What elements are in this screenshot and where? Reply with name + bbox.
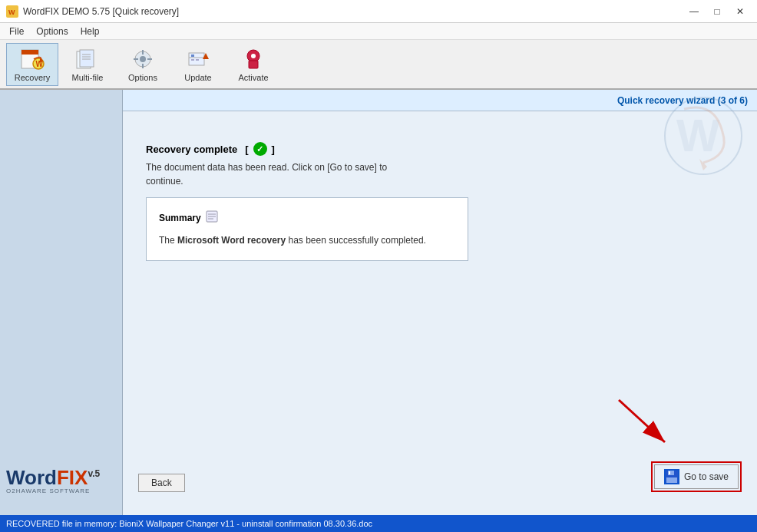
toolbar-multifile-label: Multi-file	[72, 73, 104, 82]
close-button[interactable]: ✕	[729, 3, 751, 20]
go-save-area: Go to save	[651, 461, 742, 492]
summary-title: Summary	[159, 210, 455, 226]
multifile-icon	[75, 47, 100, 71]
toolbar-activate-button[interactable]: Activate	[227, 43, 279, 86]
title-bar-controls: — □ ✕	[683, 3, 751, 20]
sidebar: WordFIXv.5 O2HAWARE SOFTWARE	[0, 90, 123, 515]
options-icon	[131, 47, 155, 71]
recovery-description: The document data has been read. Click o…	[146, 160, 734, 188]
recovery-icon: W	[20, 47, 45, 71]
go-to-save-label: Go to save	[684, 471, 729, 482]
toolbar-update-label: Update	[184, 73, 211, 82]
brand-sub: O2HAWARE SOFTWARE	[6, 487, 100, 495]
svg-rect-38	[669, 471, 670, 474]
content-body: Recovery complete [ ✓ ] The document dat…	[123, 111, 757, 276]
arrow-indicator	[603, 392, 680, 454]
svg-rect-25	[249, 61, 258, 68]
svg-rect-21	[191, 59, 194, 61]
toolbar: W Recovery Multi-file	[0, 40, 757, 90]
minimize-button[interactable]: —	[683, 3, 705, 20]
brand-word: Word	[6, 466, 57, 489]
toolbar-recovery-button[interactable]: W Recovery	[6, 43, 58, 86]
recovery-status: Recovery complete [ ✓ ] The document dat…	[146, 142, 734, 188]
menu-help[interactable]: Help	[74, 25, 106, 38]
toolbar-update-button[interactable]: Update	[172, 43, 224, 86]
svg-rect-22	[196, 59, 199, 61]
svg-rect-17	[147, 58, 152, 60]
svg-rect-14	[142, 50, 144, 55]
summary-icon	[206, 210, 218, 226]
back-button[interactable]: Back	[138, 474, 185, 492]
title-bar-left: W WordFIX DEMO 5.75 [Quick recovery]	[6, 5, 179, 18]
summary-text: The Microsoft Word recovery has been suc…	[159, 233, 455, 248]
maximize-button[interactable]: □	[706, 3, 728, 20]
bottom-area: Back Go to save	[123, 455, 757, 498]
toolbar-multifile-button[interactable]: Multi-file	[61, 43, 114, 86]
toolbar-options-label: Options	[128, 73, 157, 82]
summary-title-text: Summary	[159, 213, 201, 223]
brand-fix: FIX	[57, 466, 88, 489]
status-bar: RECOVERED file in memory: BioniX Wallpap…	[0, 515, 757, 532]
brand-version: v.5	[88, 469, 100, 480]
menu-file[interactable]: File	[3, 25, 30, 38]
svg-rect-15	[142, 64, 144, 68]
recovery-title-text: Recovery complete	[146, 144, 237, 155]
svg-rect-20	[191, 55, 194, 57]
go-to-save-button[interactable]: Go to save	[654, 464, 739, 489]
toolbar-options-button[interactable]: Options	[117, 43, 169, 86]
save-icon	[664, 469, 679, 484]
toolbar-activate-label: Activate	[238, 73, 268, 82]
update-icon	[186, 47, 210, 71]
svg-rect-16	[134, 58, 138, 60]
status-text: RECOVERED file in memory: BioniX Wallpap…	[6, 519, 372, 528]
app-icon: W	[6, 5, 18, 18]
menu-options[interactable]: Options	[30, 25, 74, 38]
activate-icon	[241, 47, 266, 71]
svg-point-26	[251, 54, 256, 58]
svg-rect-3	[21, 50, 38, 55]
svg-text:W: W	[8, 8, 15, 16]
svg-rect-39	[666, 477, 677, 483]
brand: WordFIXv.5 O2HAWARE SOFTWARE	[6, 468, 100, 495]
svg-line-35	[619, 400, 665, 442]
toolbar-recovery-label: Recovery	[15, 73, 50, 82]
content-area: Quick recovery wizard (3 of 6) W Recover…	[123, 90, 757, 515]
summary-box: Summary The Microsoft Word recovery has …	[146, 197, 468, 261]
check-icon: ✓	[253, 142, 267, 156]
recovery-title: Recovery complete [ ✓ ]	[146, 142, 734, 156]
svg-point-13	[140, 56, 146, 62]
title-bar: W WordFIX DEMO 5.75 [Quick recovery] — □…	[0, 0, 757, 23]
menu-bar: File Options Help	[0, 23, 757, 40]
svg-rect-8	[80, 50, 94, 67]
window-title: WordFIX DEMO 5.75 [Quick recovery]	[23, 6, 179, 17]
